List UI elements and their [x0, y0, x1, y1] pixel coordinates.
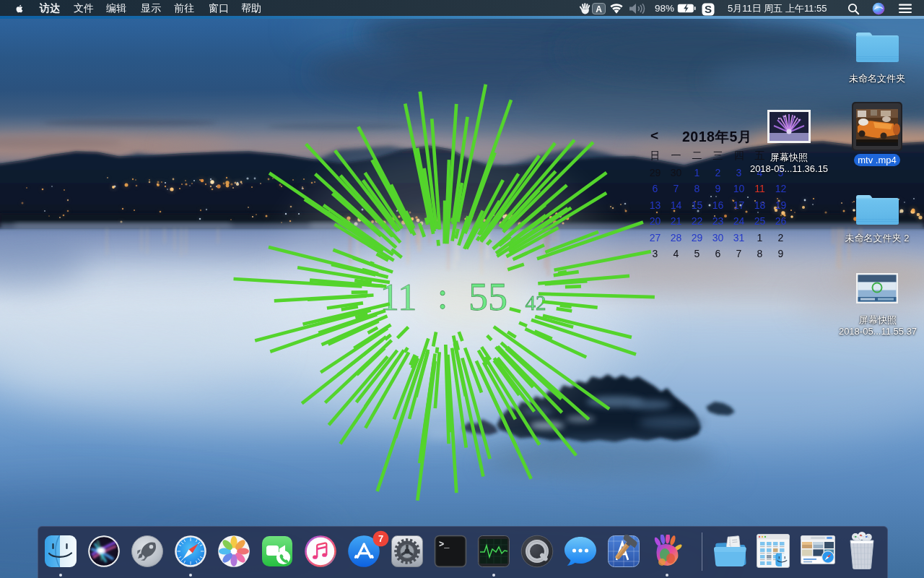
svg-text::: :	[437, 275, 448, 316]
svg-text:55: 55	[468, 275, 507, 319]
svg-text:S: S	[705, 3, 712, 15]
svg-text:>_: >_	[439, 540, 450, 550]
svg-text:7: 7	[378, 533, 383, 544]
svg-text:A: A	[596, 4, 602, 14]
